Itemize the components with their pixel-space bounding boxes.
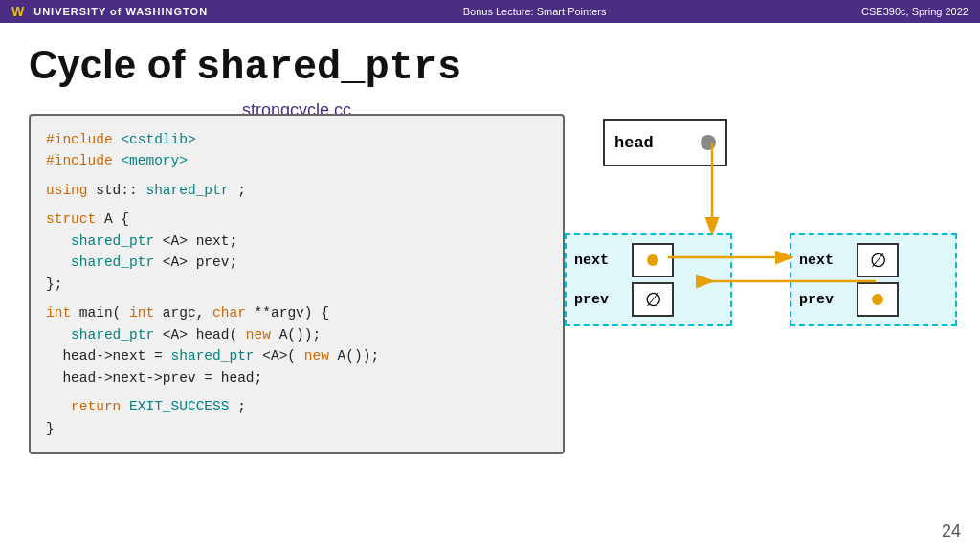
code-line-2: #include <memory> (46, 150, 547, 171)
node2-prev-label: prev (799, 292, 857, 308)
code-line-5: shared_ptr <A> next; (46, 231, 547, 252)
code-line-6: shared_ptr <A> prev; (46, 252, 547, 273)
code-line-7: }; (46, 274, 547, 295)
node1-prev-label: prev (574, 292, 632, 308)
head-box: head (603, 119, 727, 166)
code-line-13: } (46, 418, 547, 439)
code-block: #include <cstdlib> #include <memory> usi… (29, 114, 565, 454)
node1-box: next prev ∅ (565, 233, 732, 326)
code-line-1: #include <cstdlib> (46, 129, 547, 150)
lecture-title: Bonus Lecture: Smart Pointers (463, 6, 607, 17)
course-info: CSE390c, Spring 2022 (861, 6, 969, 17)
node2-prev-dot (872, 294, 883, 305)
code-line-9: shared_ptr <A> head( new A()); (46, 324, 547, 345)
node1-next-row: next (574, 243, 723, 277)
code-include-1: #include (46, 132, 113, 147)
node2-next-label: next (799, 253, 857, 269)
code-line-4: struct A { (46, 209, 547, 230)
page-title: Cycle of shared_ptrs (29, 42, 951, 91)
w-logo: W (11, 4, 24, 19)
node1-next-dot (647, 254, 658, 266)
diagram: head next prev ∅ next ∅ (565, 119, 967, 425)
code-line-11: head->next->prev = head; (46, 367, 547, 388)
code-line-12: return EXIT_SUCCESS ; (46, 396, 547, 417)
university-name: UNIVERSITY of WASHINGTON (33, 6, 208, 17)
header-bar: W UNIVERSITY of WASHINGTON Bonus Lecture… (0, 0, 980, 23)
node2-prev-row: prev (799, 282, 947, 317)
node2-box: next ∅ prev (790, 233, 957, 326)
node1-prev-cell: ∅ (632, 282, 674, 317)
node2-next-row: next ∅ (799, 243, 947, 277)
node1-next-cell (632, 243, 674, 277)
code-line-10: head->next = shared_ptr <A>( new A()); (46, 345, 547, 366)
node2-next-cell: ∅ (857, 243, 899, 277)
head-pointer-dot (701, 135, 716, 150)
node2-prev-cell (857, 282, 899, 317)
title-code: shared_ptrs (196, 45, 461, 91)
node1-prev-row: prev ∅ (574, 282, 723, 317)
page-number: 24 (942, 521, 961, 541)
code-line-8: int main( int argc, char **argv) { (46, 302, 547, 323)
head-label: head (614, 134, 654, 152)
code-line-3: using std:: shared_ptr ; (46, 180, 547, 201)
main-content: Cycle of shared_ptrs strongcycle.cc #inc… (0, 23, 980, 551)
header-left: W UNIVERSITY of WASHINGTON (11, 4, 208, 19)
node1-next-label: next (574, 253, 632, 269)
